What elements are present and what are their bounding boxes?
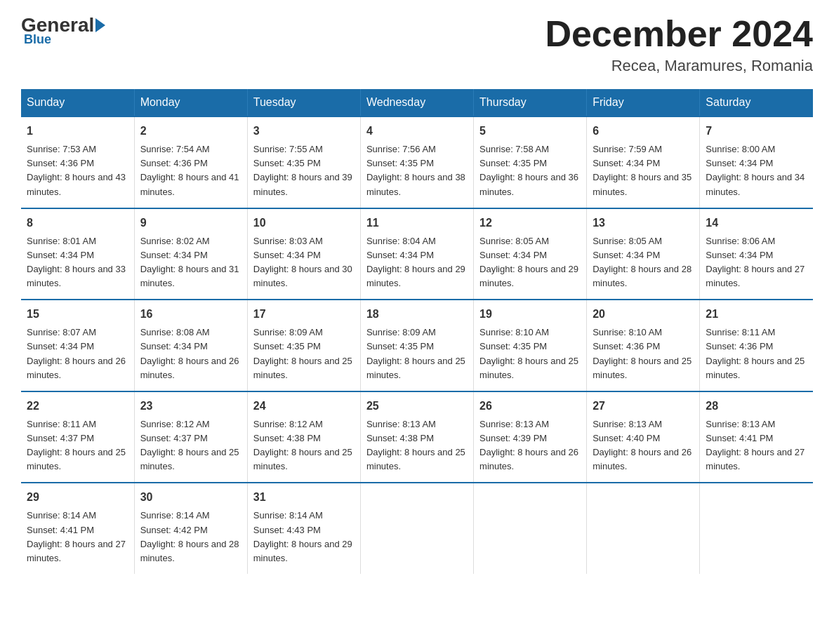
day-number: 6	[593, 123, 694, 140]
day-info: Sunrise: 8:05 AMSunset: 4:34 PMDaylight:…	[479, 234, 581, 291]
header-wednesday: Wednesday	[360, 89, 473, 116]
day-number: 8	[27, 215, 128, 232]
day-info: Sunrise: 8:13 AMSunset: 4:38 PMDaylight:…	[366, 417, 468, 474]
calendar-cell: 15Sunrise: 8:07 AMSunset: 4:34 PMDayligh…	[21, 300, 134, 391]
day-number: 11	[366, 215, 468, 232]
day-number: 20	[593, 306, 694, 323]
day-info: Sunrise: 8:03 AMSunset: 4:34 PMDaylight:…	[253, 234, 355, 291]
month-title: December 2024	[545, 14, 813, 54]
day-info: Sunrise: 8:02 AMSunset: 4:34 PMDaylight:…	[140, 234, 241, 291]
calendar-cell: 27Sunrise: 8:13 AMSunset: 4:40 PMDayligh…	[587, 391, 700, 483]
logo-blue-text: Blue	[24, 32, 51, 47]
header-friday: Friday	[587, 89, 700, 116]
calendar-cell: 8Sunrise: 8:01 AMSunset: 4:34 PMDaylight…	[21, 208, 134, 300]
calendar-cell: 2Sunrise: 7:54 AMSunset: 4:36 PMDaylight…	[134, 116, 247, 208]
calendar-week-row: 1Sunrise: 7:53 AMSunset: 4:36 PMDaylight…	[21, 116, 813, 208]
calendar-cell: 17Sunrise: 8:09 AMSunset: 4:35 PMDayligh…	[247, 300, 360, 391]
day-info: Sunrise: 8:11 AMSunset: 4:36 PMDaylight:…	[706, 326, 807, 382]
day-number: 27	[593, 398, 694, 415]
location: Recea, Maramures, Romania	[545, 57, 813, 75]
day-number: 23	[140, 398, 241, 415]
calendar-cell: 4Sunrise: 7:56 AMSunset: 4:35 PMDaylight…	[360, 116, 473, 208]
calendar-cell: 19Sunrise: 8:10 AMSunset: 4:35 PMDayligh…	[474, 300, 587, 391]
logo-blue-part	[94, 18, 107, 32]
day-info: Sunrise: 7:54 AMSunset: 4:36 PMDaylight:…	[140, 142, 241, 199]
day-info: Sunrise: 8:00 AMSunset: 4:34 PMDaylight:…	[706, 142, 807, 199]
logo-arrow-icon	[95, 18, 105, 32]
day-info: Sunrise: 8:08 AMSunset: 4:34 PMDaylight:…	[140, 326, 241, 382]
calendar-cell	[700, 483, 813, 574]
day-number: 26	[479, 398, 581, 415]
calendar-cell: 25Sunrise: 8:13 AMSunset: 4:38 PMDayligh…	[360, 391, 473, 483]
day-info: Sunrise: 7:55 AMSunset: 4:35 PMDaylight:…	[253, 142, 355, 199]
calendar-cell: 1Sunrise: 7:53 AMSunset: 4:36 PMDaylight…	[21, 116, 134, 208]
calendar-cell: 22Sunrise: 8:11 AMSunset: 4:37 PMDayligh…	[21, 391, 134, 483]
day-info: Sunrise: 8:11 AMSunset: 4:37 PMDaylight:…	[27, 417, 128, 474]
day-number: 25	[366, 398, 468, 415]
day-info: Sunrise: 8:05 AMSunset: 4:34 PMDaylight:…	[593, 234, 694, 291]
day-number: 10	[253, 215, 355, 232]
day-number: 18	[366, 306, 468, 323]
title-area: December 2024 Recea, Maramures, Romania	[545, 14, 813, 75]
day-number: 15	[27, 306, 128, 323]
calendar-cell: 6Sunrise: 7:59 AMSunset: 4:34 PMDaylight…	[587, 116, 700, 208]
day-number: 17	[253, 306, 355, 323]
day-number: 21	[706, 306, 807, 323]
calendar-cell: 23Sunrise: 8:12 AMSunset: 4:37 PMDayligh…	[134, 391, 247, 483]
day-number: 31	[253, 489, 355, 506]
header-sunday: Sunday	[21, 89, 134, 116]
calendar-cell	[474, 483, 587, 574]
day-number: 3	[253, 123, 355, 140]
calendar-cell: 12Sunrise: 8:05 AMSunset: 4:34 PMDayligh…	[474, 208, 587, 300]
header-thursday: Thursday	[474, 89, 587, 116]
day-info: Sunrise: 8:12 AMSunset: 4:37 PMDaylight:…	[140, 417, 241, 474]
calendar-table: SundayMondayTuesdayWednesdayThursdayFrid…	[21, 89, 813, 574]
day-number: 28	[706, 398, 807, 415]
day-info: Sunrise: 8:07 AMSunset: 4:34 PMDaylight:…	[27, 326, 128, 382]
header: General Blue December 2024 Recea, Maramu…	[21, 14, 813, 75]
day-info: Sunrise: 8:10 AMSunset: 4:35 PMDaylight:…	[479, 326, 581, 382]
day-number: 16	[140, 306, 241, 323]
day-info: Sunrise: 8:14 AMSunset: 4:41 PMDaylight:…	[27, 509, 128, 565]
calendar-cell: 14Sunrise: 8:06 AMSunset: 4:34 PMDayligh…	[700, 208, 813, 300]
day-info: Sunrise: 8:09 AMSunset: 4:35 PMDaylight:…	[253, 326, 355, 382]
day-number: 22	[27, 398, 128, 415]
day-info: Sunrise: 7:59 AMSunset: 4:34 PMDaylight:…	[593, 142, 694, 199]
day-number: 5	[479, 123, 581, 140]
calendar-cell: 9Sunrise: 8:02 AMSunset: 4:34 PMDaylight…	[134, 208, 247, 300]
calendar-header-row: SundayMondayTuesdayWednesdayThursdayFrid…	[21, 89, 813, 116]
day-info: Sunrise: 8:10 AMSunset: 4:36 PMDaylight:…	[593, 326, 694, 382]
day-info: Sunrise: 7:53 AMSunset: 4:36 PMDaylight:…	[27, 142, 128, 199]
calendar-cell: 7Sunrise: 8:00 AMSunset: 4:34 PMDaylight…	[700, 116, 813, 208]
day-number: 30	[140, 489, 241, 506]
day-info: Sunrise: 8:06 AMSunset: 4:34 PMDaylight:…	[706, 234, 807, 291]
calendar-cell: 29Sunrise: 8:14 AMSunset: 4:41 PMDayligh…	[21, 483, 134, 574]
calendar-week-row: 22Sunrise: 8:11 AMSunset: 4:37 PMDayligh…	[21, 391, 813, 483]
calendar-cell: 31Sunrise: 8:14 AMSunset: 4:43 PMDayligh…	[247, 483, 360, 574]
calendar-cell: 11Sunrise: 8:04 AMSunset: 4:34 PMDayligh…	[360, 208, 473, 300]
calendar-cell: 30Sunrise: 8:14 AMSunset: 4:42 PMDayligh…	[134, 483, 247, 574]
calendar-cell: 3Sunrise: 7:55 AMSunset: 4:35 PMDaylight…	[247, 116, 360, 208]
day-number: 7	[706, 123, 807, 140]
day-info: Sunrise: 8:13 AMSunset: 4:39 PMDaylight:…	[479, 417, 581, 474]
day-number: 29	[27, 489, 128, 506]
logo: General Blue	[21, 14, 107, 47]
day-info: Sunrise: 8:04 AMSunset: 4:34 PMDaylight:…	[366, 234, 468, 291]
calendar-cell: 16Sunrise: 8:08 AMSunset: 4:34 PMDayligh…	[134, 300, 247, 391]
calendar-week-row: 8Sunrise: 8:01 AMSunset: 4:34 PMDaylight…	[21, 208, 813, 300]
day-info: Sunrise: 8:13 AMSunset: 4:41 PMDaylight:…	[706, 417, 807, 474]
calendar-cell	[360, 483, 473, 574]
day-info: Sunrise: 7:56 AMSunset: 4:35 PMDaylight:…	[366, 142, 468, 199]
header-tuesday: Tuesday	[247, 89, 360, 116]
calendar-cell: 28Sunrise: 8:13 AMSunset: 4:41 PMDayligh…	[700, 391, 813, 483]
calendar-cell: 20Sunrise: 8:10 AMSunset: 4:36 PMDayligh…	[587, 300, 700, 391]
day-info: Sunrise: 7:58 AMSunset: 4:35 PMDaylight:…	[479, 142, 581, 199]
calendar-cell	[587, 483, 700, 574]
day-number: 24	[253, 398, 355, 415]
day-info: Sunrise: 8:14 AMSunset: 4:42 PMDaylight:…	[140, 509, 241, 565]
day-info: Sunrise: 8:12 AMSunset: 4:38 PMDaylight:…	[253, 417, 355, 474]
calendar-cell: 18Sunrise: 8:09 AMSunset: 4:35 PMDayligh…	[360, 300, 473, 391]
day-number: 19	[479, 306, 581, 323]
calendar-week-row: 29Sunrise: 8:14 AMSunset: 4:41 PMDayligh…	[21, 483, 813, 574]
day-info: Sunrise: 8:09 AMSunset: 4:35 PMDaylight:…	[366, 326, 468, 382]
